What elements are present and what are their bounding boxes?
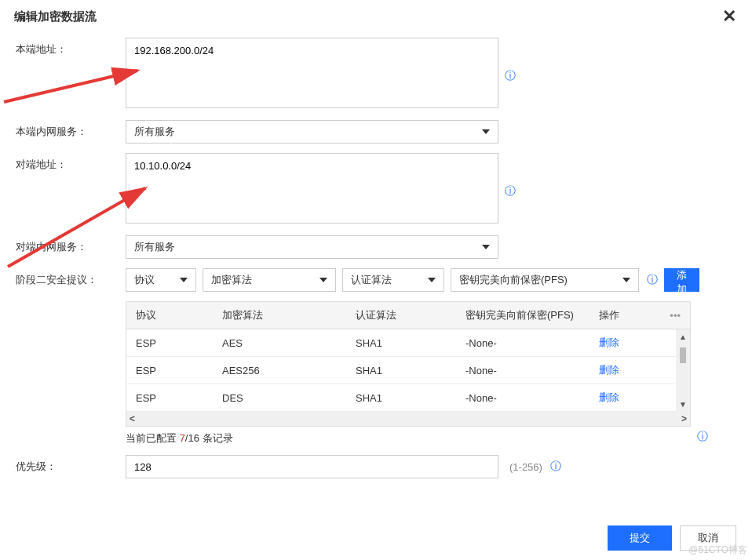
scroll-right-icon[interactable]: >: [681, 413, 687, 424]
local-service-value: 所有服务: [134, 125, 175, 139]
cell-auth: SHA1: [346, 329, 456, 357]
horizontal-scrollbar[interactable]: < >: [126, 412, 690, 426]
info-icon[interactable]: ⓘ: [647, 273, 658, 287]
dialog-title: 编辑加密数据流: [14, 9, 97, 24]
scroll-track[interactable]: [138, 416, 678, 422]
table-row: ESPAES256SHA1-None-删除: [126, 357, 690, 384]
cell-protocol: ESP: [126, 384, 213, 412]
cell-pfs: -None-: [456, 329, 590, 357]
cell-pfs: -None-: [456, 357, 590, 384]
phase2-table: 协议 加密算法 认证算法 密钥完美向前保密(PFS) 操作 ••• ESPAES…: [126, 301, 691, 427]
submit-button[interactable]: 提交: [608, 525, 672, 551]
record-summary: 当前已配置 7/16 条记录: [126, 431, 691, 445]
table-row: ESPAESSHA1-None-删除: [126, 329, 690, 357]
cell-encrypt: DES: [213, 384, 346, 412]
encrypt-value: 加密算法: [211, 273, 252, 287]
scroll-left-icon[interactable]: <: [130, 413, 135, 424]
chevron-down-icon: [319, 278, 327, 282]
chevron-down-icon: [180, 278, 188, 282]
delete-link[interactable]: 删除: [599, 336, 619, 348]
th-auth: 认证算法: [346, 302, 456, 329]
pfs-select[interactable]: 密钥完美向前保密(PFS): [451, 268, 639, 292]
peer-address-input[interactable]: 10.10.0.0/24: [126, 153, 498, 224]
protocol-select[interactable]: 协议: [126, 268, 196, 292]
peer-service-value: 所有服务: [134, 240, 175, 254]
auth-value: 认证算法: [351, 273, 392, 287]
delete-link[interactable]: 删除: [599, 391, 619, 403]
table-row: ESPDESSHA1-None-删除: [126, 384, 690, 412]
more-icon[interactable]: •••: [660, 302, 690, 329]
label-priority: 优先级：: [16, 460, 126, 474]
scroll-thumb[interactable]: [680, 347, 686, 363]
close-icon[interactable]: ✕: [722, 8, 736, 25]
label-phase2: 阶段二安全提议：: [16, 268, 126, 287]
info-icon[interactable]: ⓘ: [550, 460, 561, 474]
scroll-up-icon[interactable]: ▲: [679, 333, 687, 341]
chevron-down-icon: [482, 129, 490, 134]
cell-protocol: ESP: [126, 329, 213, 357]
watermark-text: @51CTO博客: [688, 544, 747, 557]
info-icon[interactable]: ⓘ: [697, 430, 708, 444]
peer-service-select[interactable]: 所有服务: [126, 235, 498, 259]
scroll-down-icon[interactable]: ▼: [679, 400, 687, 409]
cell-encrypt: AES256: [213, 357, 346, 384]
cell-auth: SHA1: [346, 384, 456, 412]
chevron-down-icon: [428, 278, 436, 282]
th-protocol: 协议: [126, 302, 213, 329]
label-spacer: [16, 301, 126, 306]
auth-select[interactable]: 认证算法: [342, 268, 444, 292]
th-pfs: 密钥完美向前保密(PFS): [456, 302, 590, 329]
cell-pfs: -None-: [456, 384, 590, 412]
label-local-service: 本端内网服务：: [16, 120, 126, 139]
th-op: 操作: [590, 302, 660, 329]
chevron-down-icon: [482, 245, 490, 249]
info-icon[interactable]: ⓘ: [505, 69, 516, 83]
cell-protocol: ESP: [126, 357, 213, 384]
th-encrypt: 加密算法: [213, 302, 346, 329]
encrypt-select[interactable]: 加密算法: [203, 268, 336, 292]
local-service-select[interactable]: 所有服务: [126, 120, 498, 144]
info-icon[interactable]: ⓘ: [505, 184, 516, 198]
chevron-down-icon: [622, 278, 630, 282]
vertical-scrollbar[interactable]: ▲ ▼: [676, 329, 690, 412]
cell-auth: SHA1: [346, 357, 456, 384]
protocol-value: 协议: [134, 273, 155, 287]
pfs-value: 密钥完美向前保密(PFS): [459, 273, 568, 287]
priority-input[interactable]: [126, 455, 498, 478]
label-peer-service: 对端内网服务：: [16, 235, 126, 254]
delete-link[interactable]: 删除: [599, 364, 619, 376]
cell-encrypt: AES: [213, 329, 346, 357]
label-local-addr: 本端地址：: [16, 38, 126, 56]
priority-range-hint: (1-256): [509, 461, 542, 473]
local-address-input[interactable]: 192.168.200.0/24: [126, 38, 498, 108]
label-peer-addr: 对端地址：: [16, 153, 126, 172]
add-button[interactable]: 添加: [664, 268, 699, 292]
